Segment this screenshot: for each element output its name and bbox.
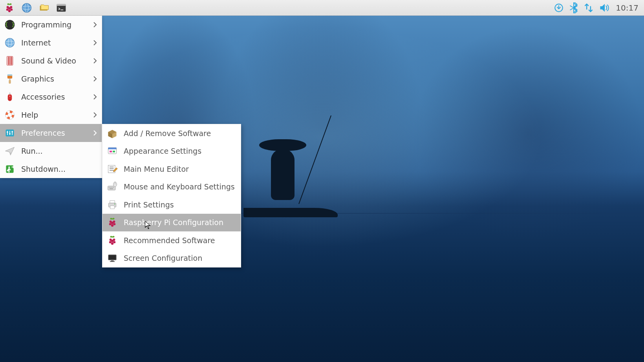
globe-icon — [21, 2, 32, 13]
swissknife-icon — [4, 91, 16, 103]
submenu-item-label: Recommended Software — [124, 236, 215, 245]
submenu-item-screen-configuration[interactable]: Screen Configuration — [102, 249, 241, 267]
menu-item-accessories[interactable]: Accessories — [0, 88, 102, 106]
svg-rect-25 — [9, 78, 11, 80]
chevron-right-icon — [93, 129, 97, 137]
submenu-item-label: Mouse and Keyboard Settings — [124, 182, 235, 191]
svg-rect-20 — [8, 57, 9, 65]
svg-point-71 — [109, 241, 112, 243]
bluetooth-icon[interactable] — [569, 2, 578, 13]
svg-rect-75 — [109, 255, 116, 260]
submenu-item-label: Main Menu Editor — [124, 165, 189, 173]
chevron-right-icon — [93, 93, 97, 101]
svg-rect-45 — [113, 151, 115, 152]
submenu-item-appearance-settings[interactable]: Appearance Settings — [102, 142, 241, 160]
taskbar: 10:17 — [0, 0, 644, 16]
svg-rect-54 — [113, 187, 114, 188]
submenu-item-add-remove-software[interactable]: Add / Remove Software — [102, 124, 241, 142]
updates-icon[interactable] — [554, 3, 564, 13]
svg-rect-44 — [110, 151, 112, 152]
appearance-icon — [106, 145, 118, 157]
menu-item-label: Shutdown... — [21, 165, 66, 173]
svg-rect-24 — [7, 75, 12, 76]
globe-icon — [4, 37, 16, 49]
menu-item-label: Accessories — [21, 93, 65, 101]
menu-item-label: Internet — [21, 38, 51, 47]
brush-icon — [4, 73, 16, 85]
svg-rect-51 — [109, 187, 110, 188]
submenu-item-print-settings[interactable]: Print Settings — [102, 196, 241, 214]
volume-icon[interactable] — [599, 3, 610, 13]
svg-rect-22 — [11, 57, 13, 65]
raspberry-icon — [106, 216, 118, 228]
network-icon[interactable] — [584, 3, 594, 13]
monitor-icon — [106, 252, 118, 264]
svg-point-41 — [8, 167, 10, 168]
browser-launcher[interactable] — [20, 1, 34, 15]
folders-icon — [38, 2, 49, 13]
raspberry-icon — [4, 2, 15, 13]
menu-item-graphics[interactable]: Graphics — [0, 70, 102, 88]
svg-point-65 — [109, 223, 112, 226]
menu-item-label: Programming — [21, 20, 71, 29]
application-menu: { }ProgrammingInternetSound & VideoGraph… — [0, 16, 102, 178]
submenu-item-recommended-software[interactable]: Recommended Software — [102, 231, 241, 249]
submenu-item-raspberry-pi-configuration[interactable]: Raspberry Pi Configuration — [102, 214, 241, 232]
submenu-item-label: Print Settings — [124, 200, 174, 209]
menu-item-label: Help — [21, 111, 38, 119]
menu-item-label: Sound & Video — [21, 56, 76, 65]
menu-button[interactable] — [2, 1, 16, 15]
code-icon: { } — [4, 19, 16, 31]
svg-rect-11 — [57, 4, 66, 5]
menu-item-preferences[interactable]: Preferences — [0, 124, 102, 142]
chevron-right-icon — [93, 75, 97, 83]
raspberry-icon — [106, 235, 118, 246]
svg-point-28 — [9, 96, 10, 96]
taskbar-tray: 10:17 — [554, 2, 642, 13]
svg-rect-77 — [110, 261, 115, 262]
svg-point-72 — [113, 241, 115, 243]
submenu-item-mouse-and-keyboard-settings[interactable]: Mouse and Keyboard Settings — [102, 178, 241, 196]
chevron-right-icon — [93, 38, 97, 47]
svg-rect-60 — [110, 206, 115, 209]
terminal-launcher[interactable] — [54, 1, 68, 15]
menu-item-internet[interactable]: Internet — [0, 34, 102, 52]
menu-item-help[interactable]: Help — [0, 106, 102, 124]
mousekbd-icon — [106, 181, 118, 193]
svg-rect-53 — [112, 187, 112, 188]
taskbar-launchers — [2, 1, 68, 15]
taskbar-clock[interactable]: 10:17 — [616, 3, 642, 13]
file-manager-launcher[interactable] — [37, 1, 51, 15]
menu-item-programming[interactable]: { }Programming — [0, 16, 102, 34]
paperplane-icon — [4, 145, 16, 157]
menu-item-run[interactable]: Run... — [0, 142, 102, 160]
printer-icon — [106, 199, 118, 211]
svg-text:{ }: { } — [5, 21, 15, 27]
svg-point-3 — [6, 8, 9, 11]
menu-item-shutdown[interactable]: Shutdown... — [0, 160, 102, 178]
submenu-item-label: Screen Configuration — [124, 254, 202, 262]
svg-point-73 — [111, 242, 113, 244]
svg-point-64 — [111, 222, 114, 224]
svg-rect-39 — [11, 131, 13, 133]
package-icon — [106, 127, 118, 139]
svg-rect-58 — [110, 200, 115, 203]
menu-item-sound-video[interactable]: Sound & Video — [0, 52, 102, 70]
svg-rect-37 — [7, 132, 8, 133]
menu-item-label: Run... — [21, 147, 43, 155]
lifebuoy-icon — [4, 109, 16, 121]
chevron-right-icon — [93, 20, 97, 29]
svg-rect-38 — [9, 133, 11, 135]
terminal-icon — [56, 2, 67, 13]
submenu-item-label: Appearance Settings — [124, 147, 201, 155]
svg-rect-76 — [111, 260, 114, 261]
svg-point-70 — [111, 240, 114, 242]
svg-rect-21 — [9, 57, 11, 65]
submenu-item-main-menu-editor[interactable]: Main Menu Editor — [102, 160, 241, 178]
svg-point-31 — [8, 113, 12, 117]
svg-point-67 — [111, 224, 113, 227]
svg-rect-26 — [9, 80, 11, 84]
preferences-submenu: Add / Remove SoftwareAppearance Settings… — [102, 124, 241, 267]
chevron-right-icon — [93, 111, 97, 119]
sliders-icon — [4, 127, 16, 139]
